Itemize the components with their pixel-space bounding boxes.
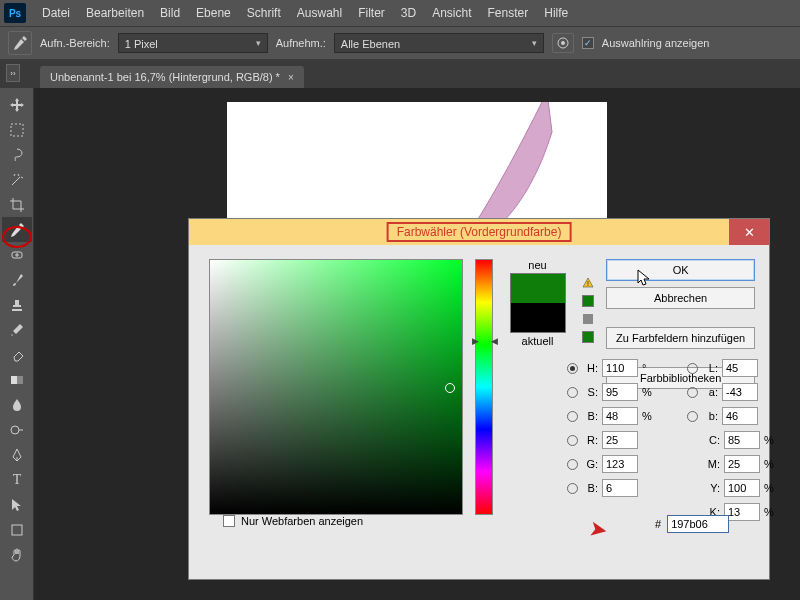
websafe-swatch[interactable] <box>582 331 594 343</box>
radio-a[interactable] <box>687 387 698 398</box>
wand-tool[interactable] <box>2 167 32 192</box>
brush-tool[interactable] <box>2 267 32 292</box>
menu-3d[interactable]: 3D <box>393 2 424 24</box>
label-g: G: <box>582 458 598 470</box>
ok-button[interactable]: OK <box>606 259 755 281</box>
svg-rect-5 <box>11 376 17 384</box>
eyedropper-tool[interactable] <box>2 217 32 242</box>
gamut-warning-icon[interactable]: ! <box>582 277 594 289</box>
menu-type[interactable]: Schrift <box>239 2 289 24</box>
new-color-swatch[interactable] <box>511 274 565 303</box>
document-tab-title: Unbenannt-1 bei 16,7% (Hintergrund, RGB/… <box>50 71 280 83</box>
lasso-tool[interactable] <box>2 142 32 167</box>
input-a[interactable] <box>722 383 758 401</box>
menu-edit[interactable]: Bearbeiten <box>78 2 152 24</box>
menu-filter[interactable]: Filter <box>350 2 393 24</box>
menu-select[interactable]: Auswahl <box>289 2 350 24</box>
options-bar: Aufn.-Bereich: 1 Pixel Aufnehm.: Alle Eb… <box>0 26 800 60</box>
add-swatch-button[interactable]: Zu Farbfeldern hinzufügen <box>606 327 755 349</box>
radio-s[interactable] <box>567 387 578 398</box>
sample-size-label: Aufn.-Bereich: <box>40 37 110 49</box>
menu-image[interactable]: Bild <box>152 2 188 24</box>
hue-slider[interactable]: ▶◀ <box>475 259 493 515</box>
label-m: M: <box>706 458 720 470</box>
path-select-tool[interactable] <box>2 492 32 517</box>
close-icon[interactable]: ✕ <box>729 219 769 245</box>
show-ring-checkbox[interactable]: ✓ <box>582 37 594 49</box>
input-bc[interactable] <box>602 479 638 497</box>
marquee-tool[interactable] <box>2 117 32 142</box>
hex-input[interactable] <box>667 515 729 533</box>
menu-file[interactable]: Datei <box>34 2 78 24</box>
tool-panel: T <box>0 88 34 600</box>
unit-k: % <box>764 506 776 518</box>
document-tab[interactable]: Unbenannt-1 bei 16,7% (Hintergrund, RGB/… <box>40 66 304 88</box>
cancel-button[interactable]: Abbrechen <box>606 287 755 309</box>
menu-layer[interactable]: Ebene <box>188 2 239 24</box>
svg-rect-2 <box>11 124 23 136</box>
input-l[interactable] <box>722 359 758 377</box>
radio-g[interactable] <box>567 459 578 470</box>
input-m[interactable] <box>724 455 760 473</box>
close-tab-icon[interactable]: × <box>288 72 294 83</box>
hue-slider-thumb[interactable]: ▶◀ <box>472 336 498 346</box>
sample-layers-label: Aufnehm.: <box>276 37 326 49</box>
dodge-tool[interactable] <box>2 417 32 442</box>
unit-s: % <box>642 386 654 398</box>
input-g[interactable] <box>602 455 638 473</box>
pen-tool[interactable] <box>2 442 32 467</box>
eraser-tool[interactable] <box>2 342 32 367</box>
unit-bv: % <box>642 410 654 422</box>
move-tool[interactable] <box>2 92 32 117</box>
panel-expander-icon[interactable]: ›› <box>6 64 20 82</box>
menu-bar: Ps Datei Bearbeiten Bild Ebene Schrift A… <box>0 0 800 26</box>
history-brush-tool[interactable] <box>2 317 32 342</box>
hand-tool[interactable] <box>2 542 32 567</box>
input-y[interactable] <box>724 479 760 497</box>
sample-size-dropdown[interactable]: 1 Pixel <box>118 33 268 53</box>
crop-tool[interactable] <box>2 192 32 217</box>
gradient-tool[interactable] <box>2 367 32 392</box>
menu-help[interactable]: Hilfe <box>536 2 576 24</box>
color-values-grid: H:° L: S:% a: B:% b: R: C:% G: M:% B: Y:… <box>567 359 800 521</box>
input-c[interactable] <box>724 431 760 449</box>
current-tool-icon[interactable] <box>8 31 32 55</box>
web-colors-checkbox[interactable] <box>223 515 235 527</box>
input-r[interactable] <box>602 431 638 449</box>
new-color-label: neu <box>528 259 546 271</box>
app-logo: Ps <box>4 3 26 23</box>
radio-b[interactable] <box>687 411 698 422</box>
label-l: L: <box>702 362 718 374</box>
stamp-tool[interactable] <box>2 292 32 317</box>
label-h: H: <box>582 362 598 374</box>
label-y: Y: <box>706 482 720 494</box>
menu-window[interactable]: Fenster <box>480 2 537 24</box>
websafe-warning-icon[interactable] <box>582 313 594 325</box>
saturation-value-field[interactable] <box>209 259 463 515</box>
gamut-swatch[interactable] <box>582 295 594 307</box>
input-s[interactable] <box>602 383 638 401</box>
sv-cursor-icon <box>445 383 455 393</box>
radio-bc[interactable] <box>567 483 578 494</box>
menu-view[interactable]: Ansicht <box>424 2 479 24</box>
heal-tool[interactable] <box>2 242 32 267</box>
sample-layers-dropdown[interactable]: Alle Ebenen <box>334 33 544 53</box>
input-bv[interactable] <box>602 407 638 425</box>
type-tool[interactable]: T <box>2 467 32 492</box>
input-k[interactable] <box>724 503 760 521</box>
blur-tool[interactable] <box>2 392 32 417</box>
input-h[interactable] <box>602 359 638 377</box>
svg-rect-9 <box>583 314 593 324</box>
svg-point-1 <box>561 41 565 45</box>
radio-bv[interactable] <box>567 411 578 422</box>
label-b: b: <box>702 410 718 422</box>
current-color-label: aktuell <box>522 335 554 347</box>
shape-tool[interactable] <box>2 517 32 542</box>
radio-h[interactable] <box>567 363 578 374</box>
radio-r[interactable] <box>567 435 578 446</box>
sample-options-icon[interactable] <box>552 33 574 53</box>
radio-l[interactable] <box>687 363 698 374</box>
input-b[interactable] <box>722 407 758 425</box>
current-color-swatch[interactable] <box>511 303 565 332</box>
dialog-titlebar[interactable]: Farbwähler (Vordergrundfarbe) ✕ <box>189 219 769 245</box>
